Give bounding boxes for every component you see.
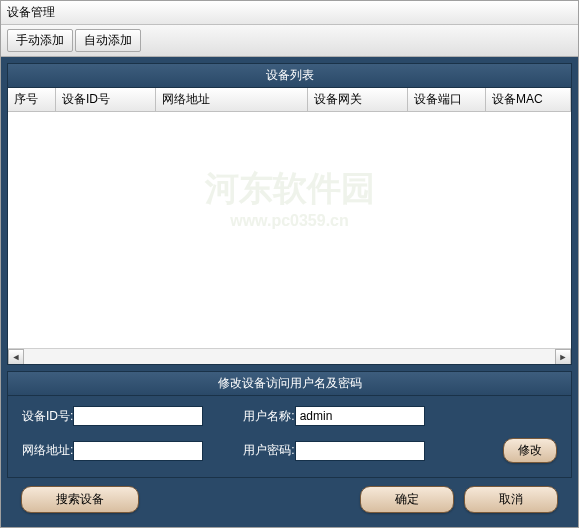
password-field[interactable] (295, 441, 425, 461)
edit-form: 设备ID号: 用户名称: 网络地址: 用户密码: 修改 (8, 396, 571, 477)
username-field[interactable] (295, 406, 425, 426)
watermark: 河东软件园 www.pc0359.cn (205, 166, 375, 230)
bottom-button-row: 搜索设备 确定 取消 (7, 484, 572, 521)
edit-credentials-panel: 修改设备访问用户名及密码 设备ID号: 用户名称: 网络地址: 用户密码: 修改 (7, 371, 572, 478)
edit-heading: 修改设备访问用户名及密码 (8, 372, 571, 396)
device-id-label: 设备ID号: (22, 408, 73, 425)
device-table: 河东软件园 www.pc0359.cn 序号 设备ID号 网络地址 设备网关 设… (8, 88, 571, 364)
window-title: 设备管理 (1, 1, 578, 25)
manual-add-button[interactable]: 手动添加 (7, 29, 73, 52)
watermark-title: 河东软件园 (205, 169, 375, 207)
scroll-track[interactable] (24, 349, 555, 364)
toolbar: 手动添加 自动添加 (1, 25, 578, 57)
device-manager-window: 设备管理 手动添加 自动添加 设备列表 河东软件园 www.pc0359.cn … (0, 0, 579, 528)
col-net-addr[interactable]: 网络地址 (156, 88, 308, 111)
col-index[interactable]: 序号 (8, 88, 56, 111)
col-gateway[interactable]: 设备网关 (308, 88, 408, 111)
cancel-button[interactable]: 取消 (464, 486, 558, 513)
net-addr-label: 网络地址: (22, 442, 73, 459)
watermark-url: www.pc0359.cn (205, 212, 375, 230)
net-addr-field[interactable] (73, 441, 203, 461)
col-port[interactable]: 设备端口 (408, 88, 486, 111)
h-scrollbar[interactable]: ◄ ► (8, 348, 571, 364)
device-list-heading: 设备列表 (8, 64, 571, 88)
scroll-right-icon[interactable]: ► (555, 349, 571, 364)
col-mac[interactable]: 设备MAC (486, 88, 571, 111)
auto-add-button[interactable]: 自动添加 (75, 29, 141, 52)
device-id-field[interactable] (73, 406, 203, 426)
device-list-panel: 设备列表 河东软件园 www.pc0359.cn 序号 设备ID号 网络地址 设… (7, 63, 572, 365)
username-label: 用户名称: (243, 408, 294, 425)
search-device-button[interactable]: 搜索设备 (21, 486, 139, 513)
modify-button[interactable]: 修改 (503, 438, 557, 463)
main-area: 设备列表 河东软件园 www.pc0359.cn 序号 设备ID号 网络地址 设… (1, 57, 578, 527)
ok-button[interactable]: 确定 (360, 486, 454, 513)
scroll-left-icon[interactable]: ◄ (8, 349, 24, 364)
password-label: 用户密码: (243, 442, 294, 459)
table-header: 序号 设备ID号 网络地址 设备网关 设备端口 设备MAC (8, 88, 571, 112)
col-device-id[interactable]: 设备ID号 (56, 88, 156, 111)
